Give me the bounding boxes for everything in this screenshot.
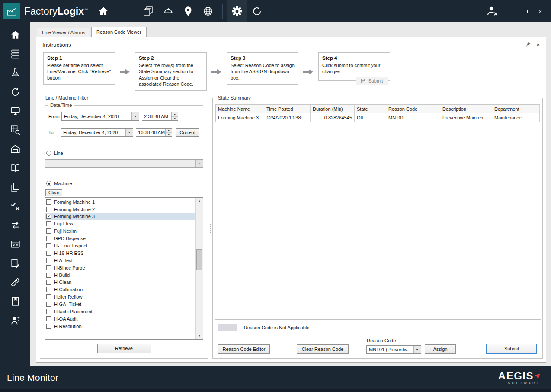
instructions-submit-button[interactable]: Submit — [356, 77, 388, 85]
checkbox-icon[interactable] — [46, 324, 51, 329]
machine-list-scrollbar[interactable] — [195, 198, 203, 339]
from-time-spinner[interactable]: 2:38:48 AM — [142, 112, 178, 121]
reason-code-editor-button[interactable]: Reason Code Editor — [218, 344, 270, 354]
column-header[interactable]: Department — [492, 105, 540, 113]
sidebar-button-refresh[interactable] — [7, 85, 23, 99]
machine-list-item[interactable]: Fuji Flexa — [45, 220, 195, 228]
checkbox-icon[interactable] — [46, 273, 51, 278]
machine-list-item[interactable]: H-A-Test — [45, 257, 195, 264]
assign-button[interactable]: Assign — [425, 344, 456, 354]
settings-button[interactable] — [227, 0, 247, 22]
line-dropdown-disabled[interactable] — [45, 159, 203, 168]
checkbox-checked-icon[interactable] — [46, 214, 51, 219]
checkbox-icon[interactable] — [46, 309, 51, 314]
sidebar-button-copy[interactable] — [7, 180, 23, 194]
column-header[interactable]: Machine Name — [216, 105, 264, 113]
scroll-down-button[interactable] — [196, 332, 203, 339]
checkbox-icon[interactable] — [46, 236, 51, 241]
machine-radio[interactable] — [46, 181, 51, 186]
maximize-button[interactable] — [523, 6, 535, 16]
from-date-dropdown[interactable]: Friday, December 4, 2020 — [61, 112, 139, 121]
line-radio[interactable] — [46, 151, 51, 156]
column-header[interactable]: Reason Code — [386, 105, 440, 113]
checkbox-icon[interactable] — [46, 294, 51, 299]
to-date-dropdown[interactable]: Friday, December 4, 2020 — [61, 128, 133, 137]
sidebar-button-verify[interactable] — [7, 199, 23, 213]
machine-list-item[interactable]: Heller Reflow — [45, 293, 195, 301]
instructions-close-button[interactable]: × — [536, 42, 540, 48]
current-button[interactable]: Current — [176, 128, 199, 137]
machine-list-item[interactable]: H- Final Inspect — [45, 242, 195, 250]
checkbox-icon[interactable] — [46, 280, 51, 285]
checkbox-icon[interactable] — [46, 251, 51, 256]
checkbox-icon[interactable] — [46, 243, 51, 248]
machine-list-item[interactable]: H-GA- Ticket — [45, 301, 195, 308]
sidebar-button-data[interactable] — [7, 47, 23, 61]
checkbox-icon[interactable] — [46, 258, 51, 263]
dropdown-button[interactable] — [131, 112, 139, 120]
column-header[interactable]: Description — [440, 105, 492, 113]
checkbox-icon[interactable] — [46, 265, 51, 270]
column-header[interactable]: Time Posted — [264, 105, 311, 113]
scrollbar-thumb[interactable] — [196, 249, 202, 270]
tab-line-viewer-alarms[interactable]: Line Viewer / Alarms — [37, 28, 90, 37]
table-row[interactable]: Forming Machine 3 12/4/2020 10:38:... 0.… — [216, 113, 540, 122]
documents-button[interactable] — [138, 0, 158, 22]
sidebar-button-lookup[interactable] — [7, 123, 23, 137]
dropdown-button[interactable] — [413, 346, 421, 353]
sidebar-button-production[interactable] — [7, 66, 23, 80]
retrieve-button[interactable]: Retrieve — [97, 344, 151, 353]
web-button[interactable] — [198, 0, 218, 22]
clear-reason-code-button[interactable]: Clear Reason Code — [297, 344, 349, 354]
checkbox-icon[interactable] — [46, 287, 51, 292]
time-down-button[interactable] — [172, 117, 178, 121]
sidebar-button-edit-document[interactable] — [7, 256, 23, 270]
machine-list-item[interactable]: H-19-HR ESS — [45, 249, 195, 257]
location-button[interactable] — [178, 0, 198, 22]
dropdown-button[interactable] — [195, 160, 203, 167]
pane-splitter[interactable] — [208, 98, 212, 359]
clear-button[interactable]: Clear — [45, 189, 62, 196]
machine-list-item[interactable]: Hitachi Placement — [45, 308, 195, 315]
machine-list-item[interactable]: H-QA Audit — [45, 315, 195, 322]
reason-code-dropdown[interactable]: MNT01 (Preventiv... — [366, 345, 421, 354]
pin-button[interactable] — [525, 42, 531, 48]
scrollbar-track[interactable] — [196, 205, 203, 332]
sidebar-button-badge[interactable] — [7, 237, 23, 251]
history-button[interactable] — [247, 0, 267, 22]
submit-button[interactable]: Submit — [486, 344, 537, 354]
engineering-button[interactable] — [158, 0, 178, 22]
to-time-spinner[interactable]: 10:38:48 AM — [136, 128, 172, 137]
machine-list-item[interactable]: H-Collimation — [45, 286, 195, 293]
column-header[interactable]: State — [355, 105, 386, 113]
time-up-button[interactable] — [172, 112, 178, 117]
sidebar-button-document-flag[interactable] — [7, 294, 23, 308]
logout-user-button[interactable] — [484, 3, 500, 20]
time-down-button[interactable] — [166, 133, 172, 137]
sidebar-button-monitor[interactable] — [7, 104, 23, 118]
checkbox-icon[interactable] — [46, 228, 51, 234]
machine-list-item[interactable]: H-Build — [45, 271, 195, 279]
checkbox-icon[interactable] — [46, 302, 51, 307]
checkbox-icon[interactable] — [46, 316, 51, 321]
sidebar-button-documentation[interactable] — [7, 161, 23, 175]
checkbox-icon[interactable] — [46, 199, 51, 205]
minimize-button[interactable]: – — [512, 6, 523, 16]
dropdown-button[interactable] — [125, 129, 133, 136]
sidebar-button-transfer[interactable] — [7, 218, 23, 232]
machine-list-item[interactable]: H-Clean — [45, 279, 195, 286]
machine-list-item[interactable]: Forming Machine 2 — [45, 206, 195, 213]
machine-list-item[interactable]: Fuji Nexim — [45, 228, 195, 235]
machine-list-item[interactable]: Forming Machine 1 — [45, 198, 195, 206]
sidebar-button-measure[interactable] — [7, 275, 23, 289]
time-up-button[interactable] — [166, 129, 172, 133]
close-button[interactable]: × — [535, 6, 546, 16]
sidebar-button-warehouse[interactable] — [7, 142, 23, 156]
checkbox-icon[interactable] — [46, 207, 51, 212]
sidebar-button-user-help[interactable] — [7, 313, 23, 328]
machine-list-item-selected[interactable]: Forming Machine 3 — [45, 213, 195, 220]
home-button[interactable] — [95, 0, 112, 22]
scroll-up-button[interactable] — [196, 198, 203, 205]
machine-list-item[interactable]: H-Binoc Purge — [45, 264, 195, 271]
column-header[interactable]: Duration (Min) — [311, 105, 355, 113]
